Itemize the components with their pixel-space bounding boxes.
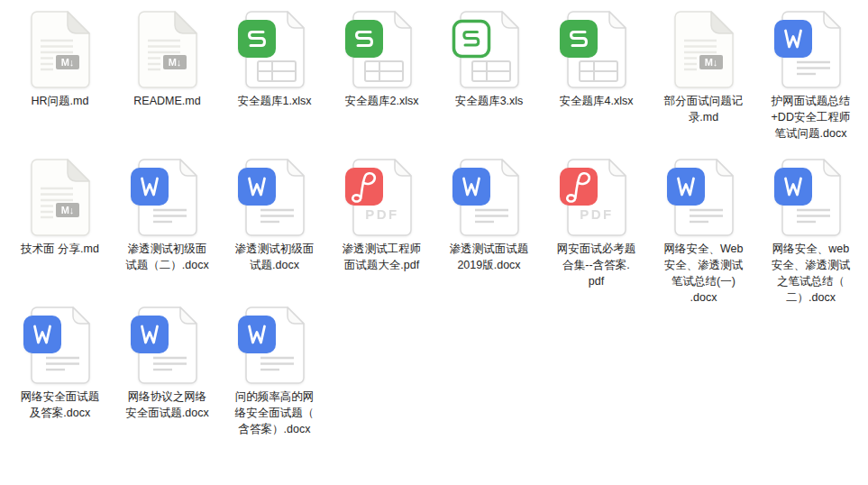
- pdf-page-label: PDF: [365, 206, 399, 222]
- file-item[interactable]: M↓: [114, 296, 221, 444]
- pdf-page-label: PDF: [580, 206, 614, 222]
- word-file-icon: [237, 306, 313, 385]
- file-icon: M↓: [130, 158, 206, 237]
- file-icon: M↓: [130, 306, 206, 385]
- file-name: 网络安全、Web 安全、渗透测试 笔试总结(一) .docx: [664, 241, 744, 306]
- word-file-icon: [23, 306, 98, 385]
- file-item[interactable]: M↓: [6, 296, 114, 444]
- file-icon: M↓: [344, 158, 420, 237]
- file-item[interactable]: M↓: [221, 0, 328, 148]
- file-item[interactable]: M↓: [757, 0, 864, 148]
- file-name: 护网面试题总结 +DD安全工程师 笔试问题.docx: [772, 93, 851, 142]
- word-file-icon: [130, 306, 206, 385]
- file-name: 安全题库2.xlsx: [345, 93, 419, 109]
- excel-file-icon: [559, 10, 635, 89]
- file-name: 渗透测试初级面 试题.docx: [235, 241, 315, 273]
- file-item[interactable]: M↓: [221, 148, 328, 296]
- pdf-badge: [560, 168, 598, 206]
- file-name: 安全题库1.xlsx: [238, 93, 312, 109]
- file-icon: M↓: [452, 158, 527, 237]
- markdown-file-icon: M↓: [23, 10, 98, 89]
- pdf-file-icon: PDF: [559, 158, 635, 237]
- file-icon: M↓: [130, 10, 206, 89]
- file-icon: M↓: [666, 10, 742, 89]
- md-badge-label: M↓: [704, 57, 717, 68]
- file-icon: M↓: [452, 10, 527, 89]
- file-icon: M↓: [773, 158, 849, 237]
- file-name: 网络安全面试题 及答案.docx: [21, 389, 100, 421]
- file-name: HR问题.md: [32, 93, 89, 109]
- markdown-file-icon: M↓: [130, 10, 206, 89]
- file-icon: M↓: [237, 306, 313, 385]
- markdown-file-icon: M↓: [23, 158, 98, 237]
- md-badge-label: M↓: [168, 57, 181, 68]
- file-item[interactable]: M↓: [650, 148, 757, 296]
- file-icon: M↓: [237, 10, 313, 89]
- markdown-file-icon: M↓: [666, 10, 742, 89]
- word-file-icon: [237, 158, 313, 237]
- file-item[interactable]: M↓: [650, 0, 757, 148]
- pdf-file-icon: PDF: [344, 158, 420, 237]
- file-item[interactable]: M↓: [114, 148, 221, 296]
- file-icon: M↓: [23, 10, 98, 89]
- file-item[interactable]: M↓: [543, 0, 650, 148]
- file-name: README.md: [133, 93, 200, 109]
- file-name: 渗透测试初级面 试题（二）.docx: [125, 241, 208, 273]
- md-badge-label: M↓: [60, 57, 74, 68]
- pdf-badge: [345, 168, 383, 206]
- file-name: 网安面试必考题 合集--含答案. pdf: [557, 241, 636, 289]
- word-file-icon: [666, 158, 742, 237]
- word-file-icon: [773, 158, 849, 237]
- file-name: 渗透测试面试题 2019版.docx: [450, 241, 529, 273]
- file-icon: M↓: [559, 10, 635, 89]
- file-icon: M↓: [666, 158, 742, 237]
- file-item[interactable]: M↓: [6, 148, 114, 296]
- file-name: 网络协议之网络 安全面试题.docx: [125, 389, 208, 421]
- file-icon: M↓: [344, 10, 420, 89]
- excel-file-icon: [344, 10, 420, 89]
- file-icon: M↓: [237, 158, 313, 237]
- excel-xls-file-icon: [452, 10, 527, 89]
- file-name: 部分面试问题记 录.md: [664, 93, 744, 125]
- md-badge-label: M↓: [60, 205, 74, 215]
- file-item[interactable]: M↓: [328, 0, 435, 148]
- word-file-icon: [773, 10, 849, 89]
- file-name: 网络安全、web 安全、渗透测试 之笔试总结（ 二）.docx: [772, 241, 851, 306]
- file-icon: M↓: [23, 158, 98, 237]
- file-item[interactable]: M↓: [435, 0, 543, 148]
- file-item[interactable]: M↓: [6, 0, 114, 148]
- file-name: 渗透测试工程师 面试题大全.pdf: [343, 241, 422, 273]
- file-icon: M↓: [23, 306, 98, 385]
- file-item[interactable]: M↓: [328, 148, 435, 296]
- word-file-icon: [452, 158, 527, 237]
- file-name: 安全题库3.xls: [455, 93, 524, 109]
- file-item[interactable]: M↓: [221, 296, 328, 444]
- file-name: 技术面 分享.md: [21, 241, 99, 257]
- file-item[interactable]: M↓: [435, 148, 543, 296]
- file-item[interactable]: M↓: [114, 0, 221, 148]
- file-grid: M↓: [0, 0, 868, 444]
- file-icon: M↓: [773, 10, 849, 89]
- excel-file-icon: [237, 10, 313, 89]
- file-item[interactable]: M↓: [543, 148, 650, 296]
- file-item[interactable]: M↓: [757, 148, 864, 296]
- word-file-icon: [130, 158, 206, 237]
- file-name: 问的频率高的网 络安全面试题（ 含答案）.docx: [235, 389, 315, 437]
- file-name: 安全题库4.xlsx: [560, 93, 634, 109]
- file-icon: M↓: [559, 158, 635, 237]
